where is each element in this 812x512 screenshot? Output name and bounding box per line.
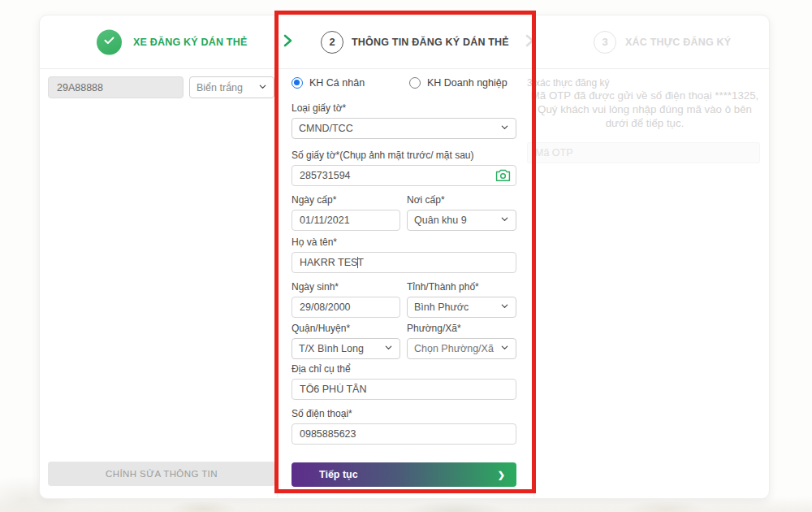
otp-message: Mã OTP đã được gửi về số điện thoại ****…	[527, 89, 762, 130]
phone-label: Số điện thoại*	[292, 409, 516, 419]
province-group: Tỉnh/Thành phố* Bình Phước	[407, 282, 516, 318]
registration-form: KH Cá nhân KH Doanh nghiệp Loại giấy tờ*…	[292, 15, 516, 500]
continue-label: Tiếp tục	[319, 469, 358, 480]
radio-kh-ca-nhan[interactable]: KH Cá nhân	[292, 77, 365, 89]
issue-place-label: Nơi cấp*	[407, 195, 516, 206]
address-label: Địa chỉ cụ thể	[292, 364, 516, 375]
issue-place-group: Nơi cấp* Quân khu 9	[407, 195, 516, 231]
column-divider	[277, 69, 278, 497]
step3-label: XÁC THỰC ĐĂNG KÝ	[625, 37, 731, 48]
full-name-group: Họ và tên*	[292, 237, 516, 273]
chevron-right-icon	[524, 34, 535, 50]
check-icon	[103, 34, 115, 50]
registration-card: XE ĐĂNG KÝ DÁN THẺ 2 THÔNG TIN ĐĂNG KÝ D…	[39, 15, 770, 499]
dob-input[interactable]	[292, 297, 400, 318]
chevron-down-icon	[500, 343, 509, 354]
radio-selected-icon	[292, 77, 303, 89]
district-value: T/X Bình Long	[299, 343, 364, 354]
chevron-down-icon	[258, 82, 267, 93]
issue-date-label: Ngày cấp*	[292, 195, 400, 206]
chevron-down-icon	[384, 343, 393, 354]
issue-place-value: Quân khu 9	[414, 215, 467, 226]
plate-type-value: Biển trắng	[197, 82, 243, 93]
continue-button[interactable]: Tiếp tục ❯	[292, 462, 516, 487]
radio-kh-doanh-nghiep[interactable]: KH Doanh nghiệp	[409, 77, 508, 89]
customer-type-group: KH Cá nhân KH Doanh nghiệp	[292, 76, 516, 89]
otp-verification-section: 3.xác thực đăng ký Mã OTP đã được gửi về…	[527, 69, 762, 500]
province-select[interactable]: Bình Phước	[407, 297, 516, 318]
plate-type-select[interactable]: Biển trắng	[189, 76, 274, 98]
step3-number: 3	[594, 31, 616, 54]
step1-done[interactable]	[97, 29, 122, 54]
text-caret	[357, 257, 358, 268]
doc-type-group: Loại giấy tờ* CMND/TCC	[292, 103, 516, 139]
ward-select[interactable]: Chọn Phường/Xã	[407, 338, 516, 359]
address-group: Địa chỉ cụ thể	[292, 364, 516, 400]
radio-label: KH Doanh nghiệp	[427, 77, 508, 89]
page-background: XE ĐĂNG KÝ DÁN THẺ 2 THÔNG TIN ĐĂNG KÝ D…	[0, 0, 812, 512]
license-plate-input[interactable]	[48, 76, 184, 98]
doc-number-label: Số giấy tờ*(Chụp ảnh mặt trước/ mặt sau)	[292, 150, 516, 161]
doc-number-group: Số giấy tờ*(Chụp ảnh mặt trước/ mặt sau)	[292, 150, 516, 186]
issue-date-group: Ngày cấp*	[292, 195, 400, 231]
doc-type-select[interactable]: CMND/TCC	[292, 118, 516, 139]
address-input[interactable]	[292, 379, 516, 400]
ward-value: Chọn Phường/Xã	[414, 343, 494, 354]
camera-icon[interactable]	[495, 168, 511, 183]
full-name-input[interactable]	[292, 252, 516, 273]
phone-group: Số điện thoại*	[292, 409, 516, 445]
ward-group: Phường/Xã* Chọn Phường/Xã	[407, 323, 516, 359]
chevron-down-icon	[500, 302, 509, 313]
step1-label[interactable]: XE ĐĂNG KÝ DÁN THẺ	[133, 37, 247, 48]
ward-label: Phường/Xã*	[407, 323, 516, 334]
full-name-label: Họ và tên*	[292, 237, 516, 248]
arrow-right-icon: ❯	[498, 470, 505, 480]
province-value: Bình Phước	[414, 302, 469, 313]
district-label: Quận/Huyện*	[292, 323, 400, 334]
doc-type-label: Loại giấy tờ*	[292, 103, 516, 114]
province-label: Tỉnh/Thành phố*	[407, 282, 516, 293]
district-select[interactable]: T/X Bình Long	[292, 338, 400, 359]
chevron-down-icon	[500, 215, 509, 226]
dob-group: Ngày sinh*	[292, 282, 400, 318]
issue-place-select[interactable]: Quân khu 9	[407, 210, 516, 231]
otp-heading: 3.xác thực đăng ký	[527, 77, 609, 89]
issue-date-input[interactable]	[292, 210, 400, 231]
dob-label: Ngày sinh*	[292, 282, 400, 293]
district-group: Quận/Huyện* T/X Bình Long	[292, 323, 400, 359]
chevron-down-icon	[500, 123, 509, 134]
doc-type-value: CMND/TCC	[299, 123, 353, 134]
radio-unselected-icon	[409, 77, 421, 89]
edit-info-button[interactable]: CHỈNH SỬA THÔNG TIN	[48, 462, 275, 486]
otp-input[interactable]	[527, 142, 760, 163]
phone-input[interactable]	[292, 423, 516, 445]
doc-number-input[interactable]	[292, 165, 516, 186]
radio-label: KH Cá nhân	[309, 77, 365, 89]
